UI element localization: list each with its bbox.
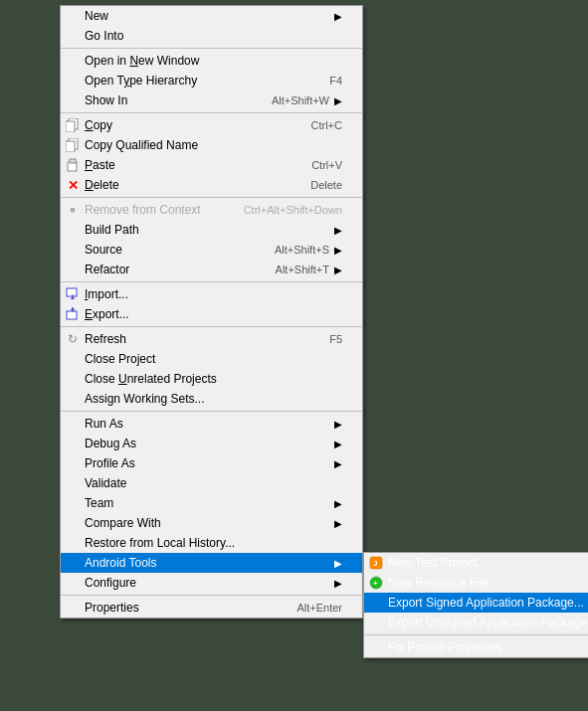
separator-5 (61, 326, 362, 327)
svg-rect-9 (67, 311, 77, 319)
submenu-item-new-test-project[interactable]: J New Test Project... (364, 553, 588, 573)
svg-text:+: + (373, 579, 378, 588)
svg-text:J: J (373, 559, 377, 568)
svg-rect-6 (67, 288, 77, 296)
menu-item-source[interactable]: Source Alt+Shift+S ▶ (61, 240, 362, 260)
separator-7 (61, 595, 362, 596)
test-project-icon: J (368, 555, 384, 571)
arrow-icon: ▶ (334, 439, 342, 449)
menu-item-properties[interactable]: Properties Alt+Enter (61, 598, 362, 618)
arrow-icon: ▶ (334, 558, 342, 569)
menu-item-debug-as[interactable]: Debug As ▶ (61, 434, 362, 453)
menu-item-compare-with[interactable]: Compare With ▶ (61, 513, 362, 533)
arrow-icon: ▶ (334, 518, 342, 529)
menu-item-open-type-hierarchy[interactable]: Open Type Hierarchy F4 (61, 71, 362, 90)
menu-item-export[interactable]: Export... (61, 304, 362, 324)
delete-icon: ✕ (65, 177, 81, 193)
arrow-icon: ▶ (334, 245, 342, 256)
menu-item-copy[interactable]: Copy Ctrl+C (61, 115, 362, 135)
remove-icon: ■ (65, 202, 81, 218)
menu-item-go-into[interactable]: Go Into (61, 26, 362, 46)
menu-item-profile-as[interactable]: Profile As ▶ (61, 453, 362, 473)
menu-item-run-as[interactable]: Run As ▶ (61, 414, 362, 434)
arrow-icon: ▶ (334, 265, 342, 275)
import-icon (65, 286, 81, 302)
menu-item-validate[interactable]: Validate (61, 473, 362, 493)
menu-item-close-unrelated[interactable]: Close Unrelated Projects (61, 369, 362, 389)
menu-item-delete[interactable]: ✕ Delete Delete (61, 175, 362, 195)
separator-2 (61, 112, 362, 113)
svg-rect-1 (66, 121, 75, 132)
menu-item-restore-local-history[interactable]: Restore from Local History... (61, 533, 362, 553)
menu-item-close-project[interactable]: Close Project (61, 349, 362, 369)
resource-file-icon: + (368, 575, 384, 591)
arrow-icon: ▶ (334, 419, 342, 430)
menu-item-assign-working-sets[interactable]: Assign Working Sets... (61, 389, 362, 409)
menu-item-show-in[interactable]: Show In Alt+Shift+W ▶ (61, 90, 362, 110)
arrow-icon: ▶ (334, 11, 342, 22)
menu-item-import[interactable]: Import... (61, 284, 362, 304)
menu-item-refresh[interactable]: ↻ Refresh F5 (61, 329, 362, 349)
separator-3 (61, 197, 362, 198)
menu-item-remove-context[interactable]: ■ Remove from Context Ctrl+Alt+Shift+Dow… (61, 200, 362, 220)
svg-rect-5 (70, 159, 76, 163)
submenu-item-export-signed[interactable]: Export Signed Application Package... (364, 593, 588, 613)
submenu-item-new-resource-file[interactable]: + New Resource File... (364, 573, 588, 593)
menu-item-build-path[interactable]: Build Path ▶ (61, 220, 362, 240)
context-menu: New ▶ Go Into Open in New Window Open Ty… (60, 5, 363, 619)
arrow-icon: ▶ (334, 458, 342, 469)
submenu-separator-1 (364, 634, 588, 635)
refresh-icon: ↻ (65, 331, 81, 347)
submenu-item-fix-project-properties[interactable]: Fix Project Properties (364, 637, 588, 657)
menu-item-team[interactable]: Team ▶ (61, 493, 362, 513)
menu-item-paste[interactable]: Paste Ctrl+V (61, 155, 362, 175)
menu-item-configure[interactable]: Configure ▶ (61, 573, 362, 593)
paste-icon (65, 157, 81, 173)
menu-item-new[interactable]: New ▶ (61, 6, 362, 26)
arrow-icon: ▶ (334, 578, 342, 589)
separator-4 (61, 281, 362, 282)
arrow-icon: ▶ (334, 95, 342, 106)
arrow-icon: ▶ (334, 498, 342, 509)
separator-1 (61, 48, 362, 49)
copy-qualified-icon (65, 137, 81, 153)
arrow-icon: ▶ (334, 225, 342, 236)
separator-6 (61, 411, 362, 412)
copy-icon (65, 117, 81, 133)
menu-item-copy-qualified[interactable]: Copy Qualified Name (61, 135, 362, 155)
menu-item-android-tools[interactable]: Android Tools ▶ J New Test Project... (61, 553, 362, 573)
menu-item-refactor[interactable]: Refactor Alt+Shift+T ▶ (61, 260, 362, 279)
menu-item-open-new-window[interactable]: Open in New Window (61, 51, 362, 71)
android-tools-submenu: J New Test Project... + New Resource Fil… (363, 552, 588, 658)
submenu-item-export-unsigned[interactable]: Export Unsigned Application Package... (364, 613, 588, 632)
svg-rect-3 (66, 141, 75, 152)
export-icon (65, 306, 81, 322)
